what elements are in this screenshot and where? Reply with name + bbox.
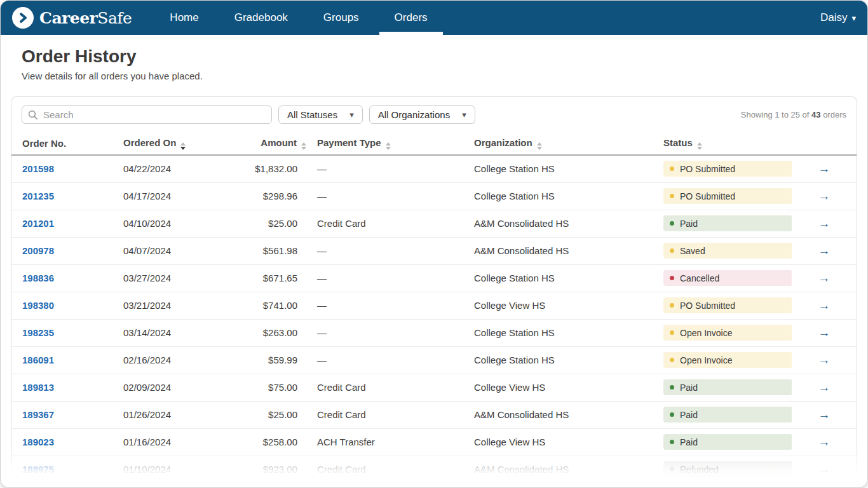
table-row: 188975 01/10/2024 $923.00 Credit Card A&… [11,456,857,483]
status-dot-icon [670,221,674,226]
order-number-link[interactable]: 201201 [22,218,54,229]
table-row: 201598 04/22/2024 $1,832.00 — College St… [11,155,857,182]
status-cell: Saved [653,237,792,264]
user-menu[interactable]: Daisy ▾ [820,1,856,35]
status-cell: PO Submitted [653,292,792,319]
column-header-status[interactable]: Status [653,132,792,155]
status-dot-icon [670,303,674,308]
main-nav: Home Gradebook Groups Orders [154,1,442,35]
status-badge: Open Invoice [663,352,792,368]
column-header-action [792,132,857,155]
order-number-link[interactable]: 189023 [22,437,54,447]
ordered-on-cell: 04/10/2024 [112,210,214,237]
status-filter-select[interactable]: All Statuses ▾ [278,105,363,124]
organization-cell: College Station HS [463,319,653,346]
order-number-link[interactable]: 198836 [22,273,54,283]
status-dot-icon [670,467,674,471]
arrow-right-icon[interactable]: → [816,162,833,176]
user-menu-label: Daisy [820,11,848,24]
status-cell: Paid [653,374,792,401]
arrow-right-icon[interactable]: → [816,326,833,340]
arrow-right-icon[interactable]: → [816,435,833,449]
status-cell: PO Submitted [653,155,792,182]
table-row: 201201 04/10/2024 $25.00 Credit Card A&M… [11,210,857,237]
arrow-right-icon[interactable]: → [816,408,833,422]
arrow-right-icon[interactable]: → [816,271,833,285]
status-badge: Cancelled [663,270,792,286]
amount-cell: $741.00 [214,292,306,319]
arrow-right-icon[interactable]: → [816,463,833,477]
column-header-organization[interactable]: Organization [463,132,653,155]
order-number-link[interactable]: 186091 [22,355,54,365]
status-badge: Paid [663,379,792,395]
amount-cell: $75.00 [214,374,306,401]
nav-tab-gradebook[interactable]: Gradebook [219,1,303,35]
order-number-link[interactable]: 198380 [22,300,54,311]
order-number-link[interactable]: 201598 [22,163,54,174]
arrow-right-icon[interactable]: → [816,244,833,258]
nav-tab-groups[interactable]: Groups [308,1,374,35]
organization-cell: College View HS [463,292,653,319]
ordered-on-cell: 03/21/2024 [112,292,214,319]
status-cell: Paid [653,210,792,237]
amount-cell: $258.00 [214,428,306,456]
arrow-right-icon[interactable]: → [816,299,833,313]
arrow-right-icon[interactable]: → [816,381,833,395]
status-filter-value: All Statuses [287,109,337,120]
order-number-link[interactable]: 189367 [22,409,54,420]
status-badge: Refunded [663,461,792,477]
order-table-body: 201598 04/22/2024 $1,832.00 — College St… [11,155,857,483]
column-header-payment-type[interactable]: Payment Type [306,132,463,155]
status-cell: Paid [653,428,792,456]
status-label: Open Invoice [680,355,733,365]
status-label: Open Invoice [680,328,733,338]
nav-tab-orders[interactable]: Orders [379,1,443,35]
page-title: Order History [22,46,846,67]
column-header-ordered-on[interactable]: Ordered On [112,132,214,155]
amount-cell: $298.96 [214,182,306,210]
status-badge: Paid [663,215,792,231]
order-number-link[interactable]: 189813 [22,382,54,393]
table-row: 198836 03/27/2024 $671.65 — College Stat… [11,264,857,292]
organization-cell: College View HS [463,374,653,401]
nav-tab-home[interactable]: Home [154,1,214,35]
status-cell: Open Invoice [653,346,792,374]
arrow-right-icon[interactable]: → [816,353,833,367]
organization-filter-select[interactable]: All Organizations ▾ [369,105,475,124]
status-badge: Saved [663,243,792,259]
arrow-right-icon[interactable]: → [816,217,833,231]
status-dot-icon [670,330,674,335]
chevron-right-icon [12,7,34,29]
sort-icon [697,142,702,150]
status-badge: PO Submitted [663,161,792,177]
ordered-on-cell: 03/27/2024 [112,264,214,292]
payment-type-cell: Credit Card [306,374,463,401]
brand-logo[interactable]: CareerSafe [12,1,132,35]
filter-bar: All Statuses ▾ All Organizations ▾ Showi… [11,97,857,132]
amount-cell: $671.65 [214,264,306,292]
status-dot-icon [670,194,674,198]
order-number-link[interactable]: 198235 [22,327,54,338]
orders-card: All Statuses ▾ All Organizations ▾ Showi… [11,96,857,484]
column-header-amount[interactable]: Amount [214,132,306,155]
order-number-link[interactable]: 188975 [22,464,54,475]
arrow-right-icon[interactable]: → [816,189,833,203]
amount-cell: $1,832.00 [214,155,306,182]
table-header-row: Order No. Ordered On Amount Payment Type… [11,132,857,155]
organization-cell: A&M Consolidated HS [463,237,653,264]
status-label: PO Submitted [680,164,735,174]
order-number-link[interactable]: 201235 [22,191,54,201]
organization-filter-value: All Organizations [378,109,450,120]
search-icon [28,110,38,120]
status-cell: PO Submitted [653,182,792,210]
ordered-on-cell: 04/22/2024 [112,155,214,182]
payment-type-cell: — [306,182,463,210]
order-number-link[interactable]: 200978 [22,245,54,256]
search-input[interactable] [22,105,272,124]
organization-cell: College Station HS [463,155,653,182]
amount-cell: $25.00 [214,401,306,428]
ordered-on-cell: 04/07/2024 [112,237,214,264]
status-badge: PO Submitted [663,188,792,204]
table-row: 186091 02/16/2024 $59.99 — College Stati… [11,346,857,374]
status-label: Paid [680,410,698,420]
